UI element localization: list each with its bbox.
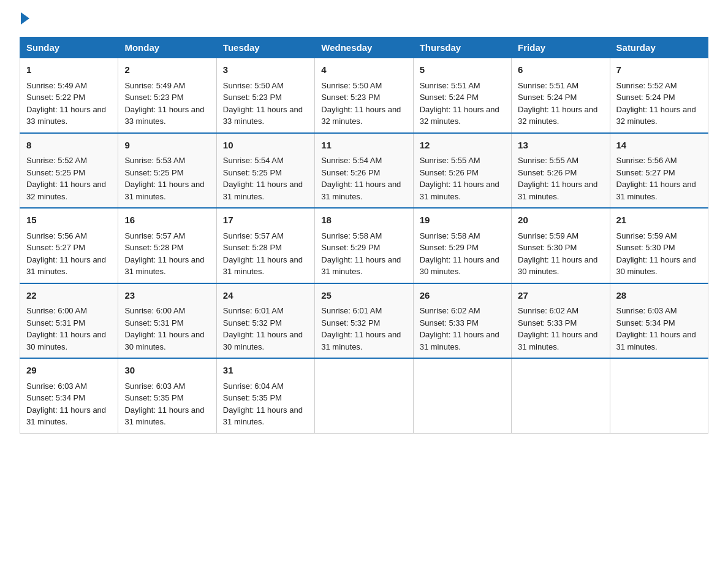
calendar-cell: 25Sunrise: 6:01 AMSunset: 5:32 PMDayligh… [315,283,413,359]
day-info: Sunrise: 5:55 AMSunset: 5:26 PMDaylight:… [420,155,505,202]
calendar-cell: 8Sunrise: 5:52 AMSunset: 5:25 PMDaylight… [20,133,118,209]
day-number: 21 [616,213,702,228]
day-info: Sunrise: 5:59 AMSunset: 5:30 PMDaylight:… [616,230,702,278]
calendar-cell: 15Sunrise: 5:56 AMSunset: 5:27 PMDayligh… [20,208,118,283]
day-number: 5 [420,63,505,77]
day-info: Sunrise: 6:01 AMSunset: 5:32 PMDaylight:… [223,305,308,353]
day-info: Sunrise: 5:54 AMSunset: 5:26 PMDaylight:… [321,155,406,202]
day-of-week-header: Thursday [413,37,511,58]
day-info: Sunrise: 5:49 AMSunset: 5:22 PMDaylight:… [26,80,112,128]
day-info: Sunrise: 5:59 AMSunset: 5:30 PMDaylight:… [518,230,603,278]
calendar-cell [512,358,610,433]
day-number: 11 [321,139,406,153]
day-number: 1 [26,63,112,77]
calendar-cell: 7Sunrise: 5:52 AMSunset: 5:24 PMDaylight… [610,58,708,133]
day-number: 20 [518,213,603,228]
day-number: 18 [321,213,406,228]
day-info: Sunrise: 5:53 AMSunset: 5:25 PMDaylight:… [124,155,210,202]
calendar-cell: 19Sunrise: 5:58 AMSunset: 5:29 PMDayligh… [413,208,511,283]
logo-arrow-icon [21,12,29,25]
calendar-body: 1Sunrise: 5:49 AMSunset: 5:22 PMDaylight… [20,58,708,434]
day-of-week-header: Wednesday [315,37,413,58]
calendar-cell: 11Sunrise: 5:54 AMSunset: 5:26 PMDayligh… [315,133,413,209]
day-number: 14 [616,139,702,153]
day-info: Sunrise: 6:03 AMSunset: 5:35 PMDaylight:… [124,380,210,428]
calendar-cell: 3Sunrise: 5:50 AMSunset: 5:23 PMDaylight… [216,58,314,133]
calendar-cell [413,358,511,433]
calendar-week-row: 22Sunrise: 6:00 AMSunset: 5:31 PMDayligh… [20,283,708,359]
calendar-cell [610,358,708,433]
day-number: 27 [518,289,603,303]
day-number: 23 [124,289,210,303]
calendar-cell: 1Sunrise: 5:49 AMSunset: 5:22 PMDaylight… [20,58,118,133]
day-number: 9 [124,139,210,153]
calendar-week-row: 29Sunrise: 6:03 AMSunset: 5:34 PMDayligh… [20,358,708,433]
day-number: 4 [321,63,406,77]
calendar-table: SundayMondayTuesdayWednesdayThursdayFrid… [20,37,708,434]
calendar-cell: 23Sunrise: 6:00 AMSunset: 5:31 PMDayligh… [118,283,216,359]
day-number: 2 [124,63,210,77]
calendar-cell: 18Sunrise: 5:58 AMSunset: 5:29 PMDayligh… [315,208,413,283]
day-number: 7 [616,63,702,77]
calendar-cell: 16Sunrise: 5:57 AMSunset: 5:28 PMDayligh… [118,208,216,283]
day-number: 26 [420,289,505,303]
calendar-cell: 12Sunrise: 5:55 AMSunset: 5:26 PMDayligh… [413,133,511,209]
day-info: Sunrise: 5:56 AMSunset: 5:27 PMDaylight:… [26,230,112,278]
calendar-cell: 13Sunrise: 5:55 AMSunset: 5:26 PMDayligh… [512,133,610,209]
page-header [20,15,708,25]
day-of-week-header: Tuesday [216,37,314,58]
day-info: Sunrise: 6:03 AMSunset: 5:34 PMDaylight:… [26,380,112,428]
calendar-cell: 21Sunrise: 5:59 AMSunset: 5:30 PMDayligh… [610,208,708,283]
day-info: Sunrise: 5:50 AMSunset: 5:23 PMDaylight:… [223,80,308,128]
calendar-week-row: 15Sunrise: 5:56 AMSunset: 5:27 PMDayligh… [20,208,708,283]
day-info: Sunrise: 5:49 AMSunset: 5:23 PMDaylight:… [124,80,210,128]
day-info: Sunrise: 5:55 AMSunset: 5:26 PMDaylight:… [518,155,603,202]
logo [20,15,29,25]
calendar-cell: 28Sunrise: 6:03 AMSunset: 5:34 PMDayligh… [610,283,708,359]
day-number: 16 [124,213,210,228]
day-of-week-header: Monday [118,37,216,58]
day-number: 31 [223,364,308,378]
day-info: Sunrise: 6:03 AMSunset: 5:34 PMDaylight:… [616,305,702,353]
day-of-week-header: Friday [512,37,610,58]
day-info: Sunrise: 6:00 AMSunset: 5:31 PMDaylight:… [124,305,210,353]
calendar-cell: 24Sunrise: 6:01 AMSunset: 5:32 PMDayligh… [216,283,314,359]
day-number: 29 [26,364,112,378]
calendar-cell: 10Sunrise: 5:54 AMSunset: 5:25 PMDayligh… [216,133,314,209]
day-info: Sunrise: 6:02 AMSunset: 5:33 PMDaylight:… [420,305,505,353]
day-info: Sunrise: 6:00 AMSunset: 5:31 PMDaylight:… [26,305,112,353]
calendar-header: SundayMondayTuesdayWednesdayThursdayFrid… [20,37,708,58]
day-info: Sunrise: 6:02 AMSunset: 5:33 PMDaylight:… [518,305,603,353]
calendar-cell: 14Sunrise: 5:56 AMSunset: 5:27 PMDayligh… [610,133,708,209]
day-info: Sunrise: 6:01 AMSunset: 5:32 PMDaylight:… [321,305,406,353]
day-number: 6 [518,63,603,77]
day-number: 12 [420,139,505,153]
day-info: Sunrise: 5:58 AMSunset: 5:29 PMDaylight:… [321,230,406,278]
calendar-cell: 20Sunrise: 5:59 AMSunset: 5:30 PMDayligh… [512,208,610,283]
day-number: 22 [26,289,112,303]
calendar-week-row: 1Sunrise: 5:49 AMSunset: 5:22 PMDaylight… [20,58,708,133]
day-info: Sunrise: 5:57 AMSunset: 5:28 PMDaylight:… [124,230,210,278]
calendar-cell: 30Sunrise: 6:03 AMSunset: 5:35 PMDayligh… [118,358,216,433]
day-info: Sunrise: 5:51 AMSunset: 5:24 PMDaylight:… [420,80,505,128]
calendar-cell: 2Sunrise: 5:49 AMSunset: 5:23 PMDaylight… [118,58,216,133]
day-info: Sunrise: 5:52 AMSunset: 5:24 PMDaylight:… [616,80,702,128]
day-of-week-header: Saturday [610,37,708,58]
day-info: Sunrise: 6:04 AMSunset: 5:35 PMDaylight:… [223,380,308,428]
calendar-cell: 5Sunrise: 5:51 AMSunset: 5:24 PMDaylight… [413,58,511,133]
day-info: Sunrise: 5:54 AMSunset: 5:25 PMDaylight:… [223,155,308,202]
calendar-cell [315,358,413,433]
day-number: 15 [26,213,112,228]
calendar-cell: 17Sunrise: 5:57 AMSunset: 5:28 PMDayligh… [216,208,314,283]
calendar-week-row: 8Sunrise: 5:52 AMSunset: 5:25 PMDaylight… [20,133,708,209]
day-info: Sunrise: 5:51 AMSunset: 5:24 PMDaylight:… [518,80,603,128]
day-number: 25 [321,289,406,303]
day-info: Sunrise: 5:56 AMSunset: 5:27 PMDaylight:… [616,155,702,202]
day-of-week-header: Sunday [20,37,118,58]
day-info: Sunrise: 5:57 AMSunset: 5:28 PMDaylight:… [223,230,308,278]
day-number: 8 [26,139,112,153]
day-number: 3 [223,63,308,77]
calendar-cell: 4Sunrise: 5:50 AMSunset: 5:23 PMDaylight… [315,58,413,133]
calendar-cell: 31Sunrise: 6:04 AMSunset: 5:35 PMDayligh… [216,358,314,433]
day-info: Sunrise: 5:50 AMSunset: 5:23 PMDaylight:… [321,80,406,128]
